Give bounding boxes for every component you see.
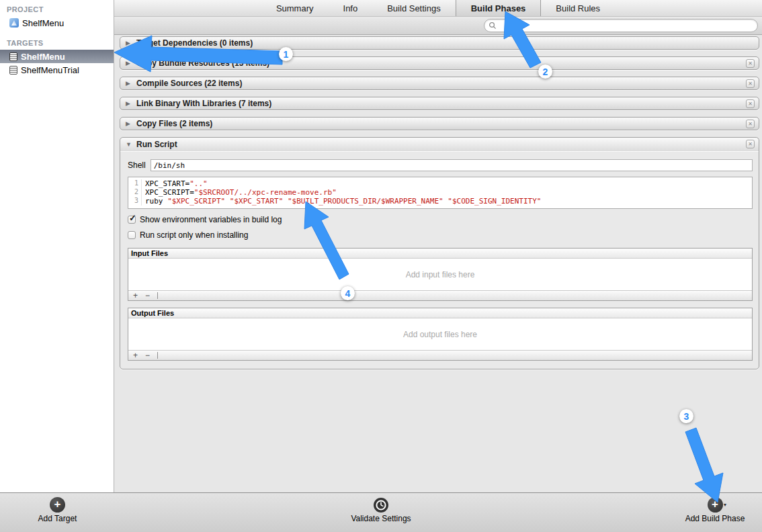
shell-path-input[interactable] xyxy=(151,159,753,171)
shell-row: Shell xyxy=(128,159,753,171)
tab-build-settings[interactable]: Build Settings xyxy=(372,0,456,16)
code-text: XPC_SCRIPT= xyxy=(145,188,194,197)
code-string: "$XPC_SCRIPT" "$XPC_START" "$BUILT_PRODU… xyxy=(167,197,541,206)
disclosure-triangle-icon[interactable]: ▶ xyxy=(126,80,132,87)
phase-header-run-script[interactable]: ▼ Run Script xyxy=(120,138,759,151)
add-output-file-button[interactable]: + xyxy=(133,352,138,359)
plus-icon xyxy=(50,497,65,513)
phase-header-link-binary[interactable]: ▶ Link Binary With Libraries (7 items) xyxy=(120,97,759,110)
disclosure-triangle-icon[interactable]: ▼ xyxy=(126,141,132,148)
phase-header-copy-bundle-resources[interactable]: ▶ Copy Bundle Resources (15 items) xyxy=(120,56,759,70)
phase-compile-sources: ▶ Compile Sources (22 items) xyxy=(120,77,759,90)
checkbox-row-env-vars: Show environment variables in build log xyxy=(128,215,759,224)
add-build-phase-button[interactable]: ▼ Add Build Phase xyxy=(675,493,755,523)
script-line: 1XPC_START=".." xyxy=(128,179,752,188)
remove-phase-icon[interactable] xyxy=(746,140,755,148)
footer-divider xyxy=(157,292,158,299)
editor-area: Summary Info Build Settings Build Phases… xyxy=(114,0,762,492)
add-target-label: Add Target xyxy=(26,514,89,523)
plus-icon: ▼ xyxy=(708,497,723,513)
validate-settings-label: Validate Settings xyxy=(341,514,421,523)
line-number: 3 xyxy=(128,197,142,206)
remove-phase-icon[interactable] xyxy=(746,120,755,128)
output-files-table: Output Files Add output files here + − xyxy=(128,308,753,361)
validate-settings-button[interactable]: Validate Settings xyxy=(341,493,421,523)
disclosure-triangle-icon[interactable]: ▶ xyxy=(126,60,132,66)
checkbox-row-install-only: Run script only when installing xyxy=(128,230,759,240)
target-icon xyxy=(9,66,17,75)
disclosure-triangle-icon[interactable]: ▶ xyxy=(126,100,132,107)
line-number: 1 xyxy=(128,179,142,188)
phase-run-script: ▼ Run Script Shell 1XPC_START=".." 2XPC_… xyxy=(120,137,759,369)
add-build-phase-label: Add Build Phase xyxy=(675,514,755,523)
phase-copy-bundle-resources: ▶ Copy Bundle Resources (15 items) xyxy=(120,56,759,70)
build-phases-list: ▶ Target Dependencies (0 items) ▶ Copy B… xyxy=(114,35,762,492)
phase-title: Copy Files (2 items) xyxy=(136,119,212,128)
add-target-button[interactable]: Add Target xyxy=(26,493,89,523)
tab-info[interactable]: Info xyxy=(329,0,373,16)
input-files-dropzone[interactable]: Add input files here xyxy=(128,259,752,290)
footer-divider xyxy=(157,352,158,359)
code-string: ".." xyxy=(189,179,208,188)
phase-header-target-dependencies[interactable]: ▶ Target Dependencies (0 items) xyxy=(120,36,759,50)
phase-title: Target Dependencies (0 items) xyxy=(136,38,253,48)
input-files-footer: + − xyxy=(128,290,752,300)
targets-section-label: TARGETS xyxy=(0,30,114,50)
code-text: ruby xyxy=(145,197,167,206)
phase-header-compile-sources[interactable]: ▶ Compile Sources (22 items) xyxy=(120,77,759,90)
remove-input-file-button[interactable]: − xyxy=(145,292,150,299)
disclosure-triangle-icon[interactable]: ▶ xyxy=(126,120,132,127)
output-files-footer: + − xyxy=(128,350,752,360)
tab-build-rules[interactable]: Build Rules xyxy=(541,0,615,16)
line-number: 2 xyxy=(128,188,142,197)
navigator-sidebar: PROJECT ShelfMenu TARGETS ShelfMenu Shel… xyxy=(0,0,114,492)
project-name: ShelfMenu xyxy=(22,18,64,28)
tab-summary[interactable]: Summary xyxy=(261,0,329,16)
sidebar-item-target-shelfmenutrial[interactable]: ShelfMenuTrial xyxy=(0,63,114,77)
dropdown-caret-icon: ▼ xyxy=(723,498,728,512)
phase-title: Compile Sources (22 items) xyxy=(136,79,242,88)
input-files-table: Input Files Add input files here + − xyxy=(128,248,753,301)
phase-copy-files: ▶ Copy Files (2 items) xyxy=(120,117,759,130)
script-line: 3ruby "$XPC_SCRIPT" "$XPC_START" "$BUILT… xyxy=(128,197,752,206)
phase-header-copy-files[interactable]: ▶ Copy Files (2 items) xyxy=(120,117,759,130)
checkbox-label: Run script only when installing xyxy=(140,230,248,240)
search-icon xyxy=(489,21,497,30)
phase-title: Run Script xyxy=(136,140,177,149)
phase-title: Copy Bundle Resources (15 items) xyxy=(136,58,269,68)
input-files-placeholder: Add input files here xyxy=(406,270,475,279)
bottom-toolbar: Add Target Validate Settings ▼ Add Build… xyxy=(0,492,762,532)
remove-output-file-button[interactable]: − xyxy=(145,352,150,359)
shell-label: Shell xyxy=(128,161,146,170)
target-name: ShelfMenu xyxy=(21,52,65,62)
target-icon xyxy=(9,52,17,61)
phase-target-dependencies: ▶ Target Dependencies (0 items) xyxy=(120,36,759,50)
remove-phase-icon[interactable] xyxy=(746,59,755,68)
checkbox-label: Show environment variables in build log xyxy=(140,215,282,224)
code-string: "$SRCROOT/../xpc-rename-move.rb" xyxy=(194,188,337,197)
sidebar-item-target-shelfmenu[interactable]: ShelfMenu xyxy=(0,50,114,63)
remove-phase-icon[interactable] xyxy=(746,79,755,88)
project-section-label: PROJECT xyxy=(0,0,114,16)
target-tab-bar: Summary Info Build Settings Build Phases… xyxy=(114,0,762,17)
search-input[interactable] xyxy=(497,20,757,31)
script-line: 2XPC_SCRIPT="$SRCROOT/../xpc-rename-move… xyxy=(128,188,752,197)
phase-link-binary: ▶ Link Binary With Libraries (7 items) xyxy=(120,97,759,110)
script-editor[interactable]: 1XPC_START=".." 2XPC_SCRIPT="$SRCROOT/..… xyxy=(128,177,753,209)
run-only-installing-checkbox[interactable] xyxy=(128,231,136,239)
output-files-header: Output Files xyxy=(128,308,752,318)
show-env-vars-checkbox[interactable] xyxy=(128,216,136,224)
tab-build-phases[interactable]: Build Phases xyxy=(456,0,542,16)
phase-title: Link Binary With Libraries (7 items) xyxy=(136,99,271,108)
output-files-dropzone[interactable]: Add output files here xyxy=(128,318,752,350)
add-input-file-button[interactable]: + xyxy=(133,292,138,299)
sidebar-item-project-shelfmenu[interactable]: ShelfMenu xyxy=(0,16,114,30)
input-files-header: Input Files xyxy=(128,249,752,259)
output-files-placeholder: Add output files here xyxy=(403,330,477,339)
disclosure-triangle-icon[interactable]: ▶ xyxy=(126,40,132,46)
xcode-project-icon xyxy=(9,18,19,28)
search-field[interactable] xyxy=(484,19,758,32)
clock-icon xyxy=(373,497,389,513)
code-text: XPC_START= xyxy=(145,179,189,188)
remove-phase-icon[interactable] xyxy=(746,99,755,108)
